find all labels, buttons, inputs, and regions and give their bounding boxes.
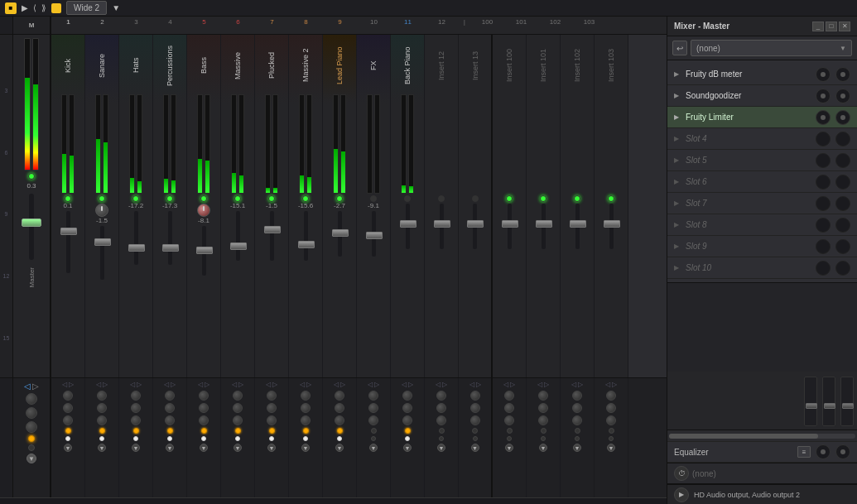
leadpiano-fader[interactable] — [332, 229, 349, 237]
hats-fader[interactable] — [128, 244, 145, 252]
insert12-led[interactable] — [438, 195, 445, 202]
mini-fader-3[interactable] — [840, 377, 854, 426]
massive2-fader[interactable] — [298, 241, 315, 248]
ins101-down-btn[interactable]: ▼ — [539, 444, 547, 452]
ins101-route-knob2[interactable] — [538, 403, 548, 413]
slot-power-8[interactable] — [816, 218, 831, 233]
ins100-down-btn[interactable]: ▼ — [505, 444, 513, 452]
leadpiano-led[interactable] — [336, 195, 343, 202]
insert102-led[interactable] — [574, 195, 580, 202]
sanare-fader-track[interactable] — [100, 226, 104, 280]
plugin-scrollbar[interactable] — [667, 430, 857, 441]
bass-white-led[interactable] — [201, 436, 206, 441]
leadpiano-route-knob2[interactable] — [335, 403, 344, 413]
massive-route-knob1[interactable] — [233, 391, 243, 401]
bass-route-knob2[interactable] — [199, 403, 209, 413]
ins12-arrow-r[interactable]: ▷ — [442, 381, 447, 388]
ins103-route-knob2[interactable] — [606, 403, 616, 413]
hats-arrow-r[interactable]: ▷ — [137, 381, 142, 388]
hats-route-knob3[interactable] — [131, 415, 141, 425]
insert102-fader-track[interactable] — [575, 204, 580, 249]
master-send-right[interactable]: ▷ — [32, 382, 39, 391]
ins102-route-knob3[interactable] — [572, 415, 582, 425]
massive2-fader-track[interactable] — [304, 211, 308, 261]
ins12-route-knob1[interactable] — [436, 391, 446, 401]
hats-route-knob1[interactable] — [131, 391, 141, 401]
ins12-white-led[interactable] — [439, 436, 444, 441]
ins102-send-led[interactable] — [575, 428, 580, 434]
slot-power-2[interactable] — [816, 89, 831, 103]
ins12-route-knob2[interactable] — [436, 403, 446, 413]
ins103-white-led[interactable] — [609, 436, 614, 441]
master-status-led[interactable] — [28, 435, 35, 442]
insert102-fader[interactable] — [570, 220, 586, 228]
ins101-white-led[interactable] — [541, 436, 546, 441]
massive2-send-led[interactable] — [303, 428, 309, 434]
perc-send-led[interactable] — [167, 428, 173, 434]
slot-mix-3[interactable] — [835, 110, 850, 125]
ins102-arrow-r[interactable]: ▷ — [578, 381, 583, 388]
slot-mix-4[interactable] — [835, 132, 850, 146]
insert103-fader[interactable] — [604, 220, 620, 228]
slot-7[interactable]: ▶ Slot 7 — [667, 193, 857, 214]
plucked-arrow-l[interactable]: ◁ — [266, 381, 271, 388]
slot-4[interactable]: ▶ Slot 4 — [667, 128, 857, 150]
ins13-white-led[interactable] — [473, 436, 478, 441]
kick-arrow-l[interactable]: ◁ — [62, 381, 67, 388]
kick-led[interactable] — [65, 195, 71, 202]
bass-arrow-l[interactable]: ◁ — [198, 381, 203, 388]
hats-route-knob2[interactable] — [131, 403, 141, 413]
massive-fader-track[interactable] — [236, 211, 240, 261]
ins101-arrow-l[interactable]: ◁ — [537, 381, 542, 388]
backpiano-send-led[interactable] — [405, 428, 411, 434]
kick-route-knob1[interactable] — [63, 391, 73, 401]
kick-down-btn[interactable]: ▼ — [64, 444, 72, 452]
insert12-fader-track[interactable] — [440, 204, 444, 249]
slot-power-7[interactable] — [816, 196, 831, 211]
ins100-route-knob1[interactable] — [504, 391, 514, 401]
fx-route-knob1[interactable] — [368, 391, 378, 401]
hats-arrow-l[interactable]: ◁ — [130, 381, 135, 388]
master-send-left[interactable]: ◁ — [24, 382, 31, 391]
massive2-arrow-l[interactable]: ◁ — [300, 381, 305, 388]
plucked-fader-track[interactable] — [270, 211, 274, 261]
fx-fader-track[interactable] — [372, 211, 376, 257]
ins102-down-btn[interactable]: ▼ — [573, 444, 581, 452]
bass-pan-knob[interactable] — [197, 204, 210, 217]
sanare-fader[interactable] — [94, 238, 111, 246]
perc-route-knob3[interactable] — [165, 415, 175, 425]
plucked-led[interactable] — [268, 195, 275, 202]
massive-fader[interactable] — [230, 242, 247, 250]
massive-route-knob3[interactable] — [233, 415, 243, 425]
insert13-led[interactable] — [472, 195, 479, 202]
fx-led[interactable] — [370, 195, 377, 202]
ins102-arrow-l[interactable]: ◁ — [571, 381, 576, 388]
master-route-knob2[interactable] — [26, 407, 37, 419]
ins12-route-knob3[interactable] — [436, 415, 446, 425]
kick-white-led[interactable] — [65, 436, 70, 441]
slot-mix-9[interactable] — [835, 239, 850, 254]
backpiano-route-knob2[interactable] — [402, 403, 412, 413]
massive2-route-knob3[interactable] — [301, 415, 311, 425]
clock-icon[interactable]: ⏱ — [674, 466, 689, 481]
master-fader-track[interactable] — [29, 194, 34, 260]
sanare-pan-knob[interactable] — [95, 204, 108, 217]
backpiano-fader-track[interactable] — [406, 204, 410, 249]
ins101-send-led[interactable] — [541, 428, 546, 434]
insert103-led[interactable] — [608, 195, 614, 202]
slot-power-4[interactable] — [816, 132, 831, 146]
ins13-route-knob3[interactable] — [470, 415, 480, 425]
massive2-white-led[interactable] — [303, 436, 308, 441]
insert13-fader[interactable] — [467, 220, 484, 228]
insert13-fader-track[interactable] — [473, 204, 477, 249]
slot-10[interactable]: ▶ Slot 10 — [667, 257, 857, 279]
backpiano-led[interactable] — [404, 195, 411, 202]
ins100-send-led[interactable] — [507, 428, 513, 434]
leadpiano-send-led[interactable] — [337, 428, 343, 434]
insert100-fader[interactable] — [502, 220, 518, 228]
ins103-route-knob1[interactable] — [606, 391, 616, 401]
plucked-send-led[interactable] — [269, 428, 275, 434]
perc-white-led[interactable] — [167, 436, 172, 441]
fx-arrow-l[interactable]: ◁ — [368, 381, 373, 388]
horizontal-scrollbar[interactable] — [0, 497, 667, 504]
